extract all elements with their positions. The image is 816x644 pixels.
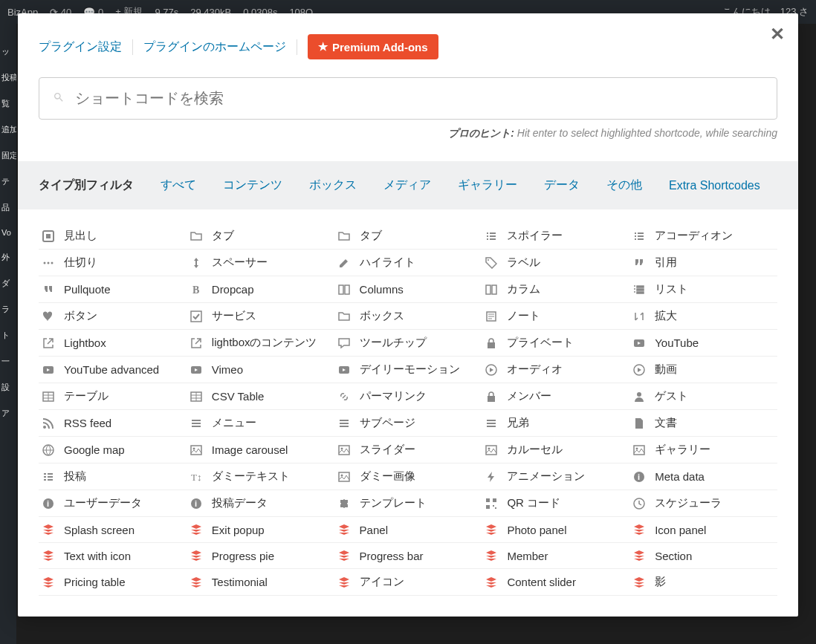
shortcode-item[interactable]: デイリーモーション (334, 357, 482, 383)
shortcode-item[interactable]: パーマリンク (334, 383, 482, 410)
filter-content[interactable]: コンテンツ (223, 178, 282, 193)
filter-gallery[interactable]: ギャラリー (458, 178, 517, 193)
shortcode-item[interactable]: タブ (187, 223, 334, 250)
list-ol-icon (632, 283, 646, 296)
shortcode-item[interactable]: ボタン (39, 303, 187, 330)
shortcode-item[interactable]: ツールチップ (334, 330, 482, 357)
shortcode-item[interactable]: Google map (39, 437, 187, 464)
shortcode-item[interactable]: Meta data (629, 464, 777, 490)
shortcode-item[interactable]: アコーディオン (629, 223, 777, 250)
shortcode-item[interactable]: Section (629, 543, 777, 569)
filter-all[interactable]: すべて (161, 178, 196, 193)
shortcodes-grid: 見出しタブタブスポイラーアコーディオン仕切りスペーサーハイライトラベル引用Pul… (18, 209, 798, 617)
shortcode-item[interactable]: プライベート (482, 330, 629, 357)
shortcode-item[interactable]: ゲスト (629, 383, 777, 410)
pencil-icon (337, 256, 351, 270)
shortcode-item[interactable]: テーブル (39, 383, 187, 410)
shortcode-item[interactable]: Panel (334, 517, 482, 543)
shortcode-item[interactable]: ボックス (334, 303, 482, 330)
shortcode-item[interactable]: 影 (629, 569, 777, 596)
shortcode-item[interactable]: Content slider (482, 569, 629, 596)
plugin-homepage-link[interactable]: プラグインのホームページ (133, 39, 297, 55)
bars-icon (337, 417, 351, 430)
filter-extra[interactable]: Extra Shortcodes (669, 179, 760, 192)
shortcode-item[interactable]: スライダー (334, 437, 482, 464)
check-sq-icon (190, 310, 203, 323)
shortcode-item[interactable]: ダミー画像 (334, 464, 482, 490)
shortcode-item[interactable]: lightboxのコンテンツ (187, 330, 334, 357)
shortcode-item[interactable]: カラム (482, 276, 629, 303)
shortcode-item[interactable]: スケジューラ (629, 490, 777, 517)
search-box[interactable] (39, 77, 777, 120)
shortcode-item[interactable]: ノート (482, 303, 629, 330)
shortcode-item[interactable]: CSV Table (187, 383, 334, 410)
shortcode-item[interactable]: アニメーション (482, 464, 629, 490)
shortcode-item[interactable]: サービス (187, 303, 334, 330)
list-alt-icon (42, 470, 55, 484)
shortcode-item[interactable]: ラベル (482, 250, 629, 276)
shortcode-item[interactable]: Member (482, 543, 629, 569)
shortcode-item[interactable]: Vimeo (187, 357, 334, 383)
premium-addons-button[interactable]: Premium Add-ons (308, 34, 438, 59)
bars-icon (190, 417, 203, 430)
shortcode-item[interactable]: YouTube (629, 330, 777, 357)
search-hint: プロのヒント: Hit enter to select highlighted … (39, 127, 777, 140)
shortcode-item[interactable]: タブ (334, 223, 482, 250)
shortcode-label: スポイラー (507, 229, 563, 243)
shortcode-item[interactable]: 仕切り (39, 250, 187, 276)
shortcode-item[interactable]: ユーザーデータ (39, 490, 187, 517)
shortcode-item[interactable]: 引用 (629, 250, 777, 276)
shortcode-label: サブページ (360, 416, 415, 430)
search-input[interactable] (75, 90, 763, 107)
filter-box[interactable]: ボックス (309, 178, 357, 193)
shortcode-item[interactable]: メンバー (482, 383, 629, 410)
filter-other[interactable]: その他 (606, 178, 642, 193)
shortcode-item[interactable]: Text with icon (39, 543, 187, 569)
shortcode-item[interactable]: Icon panel (629, 517, 777, 543)
shortcode-item[interactable]: 文書 (629, 410, 777, 437)
external-icon (190, 336, 203, 350)
shortcode-item[interactable]: 兄弟 (482, 410, 629, 437)
shortcode-item[interactable]: リスト (629, 276, 777, 303)
shortcode-item[interactable]: 投稿データ (187, 490, 334, 517)
shortcode-item[interactable]: オーディオ (482, 357, 629, 383)
shortcode-item[interactable]: アイコン (334, 569, 482, 596)
shortcode-item[interactable]: Progress pie (187, 543, 334, 569)
shortcode-item[interactable]: 拡大 (629, 303, 777, 330)
shortcode-item[interactable]: Pricing table (39, 569, 187, 596)
shortcode-item[interactable]: RSS feed (39, 410, 187, 437)
shortcode-item[interactable]: 見出し (39, 223, 187, 250)
shortcode-item[interactable]: ダミーテキスト (187, 464, 334, 490)
external-icon (42, 336, 55, 350)
shortcode-item[interactable]: スペーサー (187, 250, 334, 276)
shortcode-item[interactable]: Lightbox (39, 330, 187, 357)
shortcode-item[interactable]: Testimonial (187, 569, 334, 596)
close-icon[interactable]: ✕ (770, 24, 785, 45)
shortcode-label: Vimeo (212, 363, 243, 376)
bolt-icon (485, 470, 498, 484)
shortcode-item[interactable]: Splash screen (39, 517, 187, 543)
filter-media[interactable]: メディア (383, 178, 431, 193)
admin-sidebar: ッ投稿覧追加固定テ品Vo外ダラト一設ア (0, 24, 16, 644)
shortcode-label: 動画 (655, 362, 677, 377)
shortcode-item[interactable]: ギャラリー (629, 437, 777, 464)
shortcode-item[interactable]: Dropcap (187, 276, 334, 303)
shortcode-item[interactable]: Columns (334, 276, 482, 303)
shortcode-item[interactable]: 投稿 (39, 464, 187, 490)
shortcode-item[interactable]: スポイラー (482, 223, 629, 250)
shortcode-item[interactable]: Exit popup (187, 517, 334, 543)
shortcode-item[interactable]: カルーセル (482, 437, 629, 464)
shortcode-item[interactable]: 動画 (629, 357, 777, 383)
filter-data[interactable]: データ (544, 178, 580, 193)
shortcode-item[interactable]: Photo panel (482, 517, 629, 543)
shortcode-item[interactable]: Pullquote (39, 276, 187, 303)
shortcode-item[interactable]: テンプレート (334, 490, 482, 517)
shortcode-item[interactable]: QR コード (482, 490, 629, 517)
plugin-settings-link[interactable]: プラグイン設定 (39, 39, 133, 55)
shortcode-item[interactable]: Image carousel (187, 437, 334, 464)
shortcode-item[interactable]: メニュー (187, 410, 334, 437)
shortcode-item[interactable]: YouTube advanced (39, 357, 187, 383)
shortcode-item[interactable]: Progress bar (334, 543, 482, 569)
shortcode-item[interactable]: ハイライト (334, 250, 482, 276)
shortcode-item[interactable]: サブページ (334, 410, 482, 437)
